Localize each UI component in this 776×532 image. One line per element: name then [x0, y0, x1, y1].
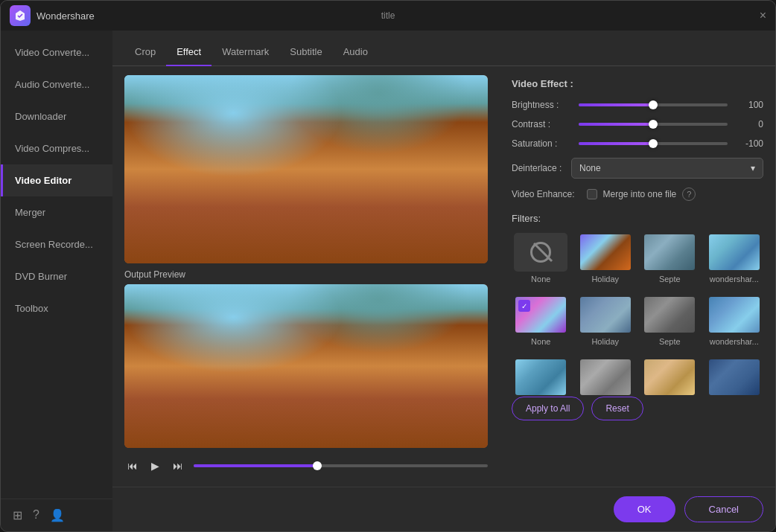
filter-thumb-holiday-1 — [579, 233, 632, 272]
sidebar-footer: ⊞ ? 👤 — [1, 499, 112, 531]
filter-sepia-1[interactable]: Septe — [640, 233, 699, 283]
filter-none-1[interactable]: None — [512, 233, 570, 283]
ok-button[interactable]: OK — [614, 496, 675, 522]
preview-bottom — [124, 284, 488, 448]
dialog-content: Output Preview ⏮ ▶ ⏭ — [112, 66, 775, 487]
account-icon[interactable]: 👤 — [50, 508, 65, 522]
filter-holiday-1[interactable]: Holiday — [576, 233, 635, 283]
output-preview-label: Output Preview — [124, 269, 488, 280]
help-icon[interactable]: ? — [33, 508, 39, 522]
filters-row-1: None Holiday — [512, 233, 763, 283]
tab-effect[interactable]: Effect — [166, 39, 212, 66]
filter-thumb-10 — [707, 358, 761, 397]
filter-thumb-wonder-2 — [707, 295, 761, 334]
tab-watermark[interactable]: Watermark — [212, 39, 279, 66]
sidebar-item-audio-converter[interactable]: Audio Converte... — [1, 68, 112, 100]
contrast-fill — [579, 123, 653, 126]
saturation-thumb — [649, 139, 658, 148]
dialog-footer: OK Cancel — [112, 487, 775, 531]
deinterlace-label: Deinterlace : — [512, 163, 571, 173]
filter-thumb-none-2 — [514, 295, 567, 334]
brightness-fill — [579, 103, 653, 106]
filter-wonder-1[interactable]: wondershar... — [705, 233, 764, 283]
sidebar-item-video-converter[interactable]: Video Converte... — [1, 36, 112, 68]
video-enhance-row: Video Enhance: Merge into one file ? — [512, 188, 763, 201]
close-button[interactable]: × — [760, 10, 766, 22]
filter-7[interactable] — [512, 358, 570, 397]
filter-holiday-2[interactable]: Holiday — [576, 295, 635, 346]
filter-thumb-holiday-2 — [579, 295, 632, 334]
app-name: Wondershare — [36, 10, 760, 22]
filter-thumb-wonder-1 — [707, 233, 761, 272]
help-tooltip-icon[interactable]: ? — [682, 188, 696, 201]
player-controls: ⏮ ▶ ⏭ — [124, 454, 488, 478]
filter-none-2[interactable]: None — [512, 295, 570, 346]
filter-10[interactable] — [705, 358, 764, 397]
progress-thumb — [313, 461, 322, 470]
brightness-thumb — [649, 100, 658, 109]
preview-top — [124, 75, 488, 263]
fast-forward-button[interactable]: ⏭ — [170, 457, 186, 475]
contrast-thumb — [649, 120, 658, 129]
saturation-fill — [579, 142, 653, 145]
contrast-slider[interactable] — [579, 123, 728, 126]
preview-canyon-bottom — [124, 284, 488, 448]
video-effect-title: Video Effect : — [512, 78, 763, 89]
saturation-row: Saturation : -100 — [512, 138, 763, 149]
deinterlace-row: Deinterlace : None ▾ — [512, 158, 763, 179]
progress-bar[interactable] — [194, 464, 488, 467]
filter-thumb-sepia-1 — [643, 233, 696, 272]
tab-subtitle[interactable]: Subtitle — [279, 39, 332, 66]
brightness-label: Brightness : — [512, 100, 571, 110]
filters-scrollable: None Holiday — [512, 233, 763, 397]
filter-8[interactable] — [576, 358, 635, 397]
preview-area: Output Preview ⏮ ▶ ⏭ — [112, 66, 500, 487]
dialog-area: Crop Effect Watermark Subtitle Audio — [112, 31, 775, 531]
filter-thumb-9 — [643, 358, 696, 397]
saturation-value: -100 — [735, 138, 763, 149]
reset-button[interactable]: Reset — [591, 397, 643, 420]
filters-title: Filters: — [512, 213, 763, 224]
filter-thumb-8 — [579, 358, 632, 397]
tab-crop[interactable]: Crop — [124, 39, 166, 66]
merge-checkbox[interactable] — [587, 189, 597, 199]
sidebar: Video Converte... Audio Converte... Down… — [1, 31, 112, 531]
app-window: Wondershare title × Video Converte... Au… — [0, 0, 776, 532]
preview-canyon-top — [124, 75, 488, 263]
filter-wonder-2[interactable]: wondershar... — [705, 295, 764, 346]
tab-audio[interactable]: Audio — [333, 39, 378, 66]
right-panel: Video Effect : Brightness : 100 Contrast… — [500, 66, 775, 487]
saturation-slider[interactable] — [579, 142, 728, 145]
window-title: title — [381, 10, 395, 21]
brightness-slider[interactable] — [579, 103, 728, 106]
sidebar-item-video-compressor[interactable]: Video Compres... — [1, 132, 112, 164]
filter-9[interactable] — [640, 358, 699, 397]
sidebar-item-toolbox[interactable]: Toolbox — [1, 292, 112, 324]
contrast-label: Contrast : — [512, 119, 571, 129]
app-logo — [10, 5, 31, 26]
cancel-button[interactable]: Cancel — [684, 496, 763, 522]
brightness-value: 100 — [735, 100, 763, 110]
filters-row-2: None Holiday — [512, 295, 763, 346]
sidebar-item-merger[interactable]: Merger — [1, 196, 112, 228]
title-bar: Wondershare title × — [1, 1, 775, 31]
merge-label: Merge into one file — [603, 189, 677, 199]
main-layout: Video Converte... Audio Converte... Down… — [1, 31, 775, 531]
layout-icon[interactable]: ⊞ — [13, 508, 22, 522]
filter-thumb-7 — [514, 358, 567, 397]
brightness-row: Brightness : 100 — [512, 100, 763, 110]
sidebar-item-dvd-burner[interactable]: DVD Burner — [1, 260, 112, 292]
apply-to-all-button[interactable]: Apply to All — [512, 397, 584, 420]
no-filter-icon — [530, 242, 551, 263]
action-buttons: Apply to All Reset — [512, 397, 763, 420]
selected-indicator — [518, 300, 530, 312]
filter-thumb-sepia-2 — [643, 295, 696, 334]
filter-sepia-2[interactable]: Septe — [640, 295, 699, 346]
sidebar-item-video-editor[interactable]: Video Editor — [1, 164, 112, 196]
filters-row-3 — [512, 358, 763, 397]
sidebar-item-downloader[interactable]: Downloader — [1, 100, 112, 132]
deinterlace-dropdown[interactable]: None ▾ — [571, 158, 763, 179]
play-button[interactable]: ▶ — [148, 457, 162, 475]
sidebar-item-screen-recorder[interactable]: Screen Recorde... — [1, 228, 112, 260]
rewind-button[interactable]: ⏮ — [124, 457, 141, 475]
